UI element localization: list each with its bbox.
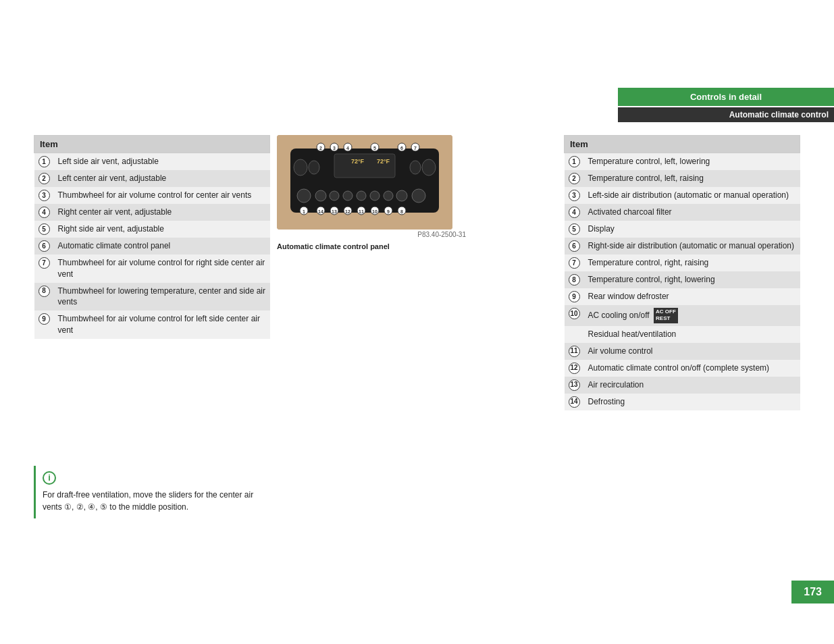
svg-point-12 (343, 191, 353, 200)
circle-number: 4 (569, 207, 580, 218)
left-table: Item 1Left side air vent, adjustable2Lef… (34, 135, 270, 339)
row-text: Rear window defroster (584, 288, 800, 305)
left-item-table: Item 1Left side air vent, adjustable2Lef… (34, 135, 270, 339)
circle-number: 10 (569, 308, 580, 319)
svg-point-6 (309, 161, 319, 174)
svg-point-17 (412, 189, 425, 203)
left-table-row: 7Thumbwheel for air volume control for r… (34, 254, 270, 283)
row-text: Automatic climate control panel (54, 238, 270, 254)
circle-number: 9 (38, 313, 50, 325)
svg-text:6: 6 (400, 146, 403, 151)
row-text: Air volume control (584, 343, 800, 360)
left-table-row: 8Thumbwheel for lowering temperature, ce… (34, 283, 270, 311)
row-number (565, 326, 584, 343)
circle-number: 13 (569, 379, 580, 391)
row-number: 3 (565, 187, 584, 204)
left-table-row: 3Thumbwheel for air volume control for c… (34, 187, 270, 204)
ac-off-badge: AC OFFREST (654, 308, 678, 323)
row-text: Left side air vent, adjustable (54, 153, 270, 171)
row-text: Temperature control, left, raising (584, 170, 800, 187)
row-number: 5 (565, 221, 584, 238)
circle-number: 8 (38, 286, 50, 297)
circle-number: 1 (569, 156, 580, 167)
section-title: Controls in detail (618, 88, 834, 106)
row-text: Air recirculation (584, 377, 800, 394)
row-text: Temperature control, left, lowering (584, 153, 800, 171)
row-number: 1 (565, 153, 584, 171)
svg-point-15 (384, 191, 393, 200)
left-table-row: 2Left center air vent, adjustable (34, 170, 270, 187)
svg-point-5 (294, 159, 307, 176)
right-table-row: 8Temperature control, right, lowering (565, 271, 800, 288)
circle-number: 12 (569, 363, 580, 374)
right-table-row: 2Temperature control, left, raising (565, 170, 800, 187)
left-table-row: 9Thumbwheel for air volume control for l… (34, 311, 270, 339)
row-number: 12 (565, 360, 584, 377)
circle-number: 1 (38, 156, 50, 167)
row-text: Right-side air distribution (automatic o… (584, 238, 800, 254)
row-text: Display (584, 221, 800, 238)
header-area: Controls in detail Automatic climate con… (618, 88, 834, 122)
svg-text:1: 1 (303, 209, 305, 214)
circle-number: 14 (569, 396, 580, 408)
svg-text:7: 7 (414, 146, 417, 151)
row-number: 2 (565, 170, 584, 187)
circle-number: 2 (569, 173, 580, 184)
svg-point-9 (297, 189, 311, 203)
svg-text:13: 13 (332, 209, 337, 214)
circle-number: 11 (569, 346, 580, 357)
row-text: Thumbwheel for air volume control for ri… (54, 254, 270, 283)
circle-number: 8 (569, 274, 580, 286)
circle-number: 3 (38, 190, 50, 201)
svg-point-13 (357, 191, 366, 200)
right-table-row: 11Air volume control (565, 343, 800, 360)
row-number: 6 (565, 238, 584, 254)
row-text: Left center air vent, adjustable (54, 170, 270, 187)
row-text: Temperature control, right, raising (584, 254, 800, 271)
svg-text:2: 2 (319, 146, 322, 151)
row-number: 7 (565, 254, 584, 271)
image-caption: Automatic climate control panel (277, 242, 466, 250)
svg-point-8 (422, 159, 436, 176)
row-number: 2 (34, 170, 54, 187)
right-table-row: 4Activated charcoal filter (565, 204, 800, 221)
svg-text:8: 8 (400, 209, 403, 214)
info-text: For draft-free ventilation, move the sli… (43, 489, 263, 513)
svg-text:72°F: 72°F (351, 158, 365, 165)
svg-point-7 (410, 161, 421, 174)
row-text: AC cooling on/off AC OFFREST (584, 305, 800, 326)
row-number: 8 (34, 283, 54, 311)
svg-text:72°F: 72°F (377, 158, 390, 165)
svg-point-16 (396, 190, 407, 201)
row-text: Right side air vent, adjustable (54, 221, 270, 238)
row-number: 4 (34, 204, 54, 221)
info-icon: i (43, 471, 56, 485)
row-text: Residual heat/ventilation (584, 326, 800, 343)
row-text: Right center air vent, adjustable (54, 204, 270, 221)
svg-text:9: 9 (387, 209, 390, 214)
left-table-row: 1Left side air vent, adjustable (34, 153, 270, 171)
image-code: P83.40-2500-31 (277, 231, 466, 238)
climate-panel-image: 72°F 72°F 1 (277, 135, 452, 230)
left-table-row: 5Right side air vent, adjustable (34, 221, 270, 238)
row-number: 5 (34, 221, 54, 238)
row-number: 14 (565, 394, 584, 410)
row-number: 3 (34, 187, 54, 204)
circle-number: 7 (569, 257, 580, 269)
row-number: 7 (34, 254, 54, 283)
circle-number: 2 (38, 173, 50, 184)
left-table-row: 4Right center air vent, adjustable (34, 204, 270, 221)
page-number: 173 (791, 581, 834, 603)
circle-number: 6 (569, 240, 580, 252)
row-number: 9 (565, 288, 584, 305)
svg-point-10 (315, 190, 326, 201)
row-number: 13 (565, 377, 584, 394)
svg-text:12: 12 (345, 209, 350, 214)
circle-number: 5 (569, 223, 580, 235)
right-table-row: 9Rear window defroster (565, 288, 800, 305)
circle-number: 5 (38, 223, 50, 235)
circle-number: 3 (569, 190, 580, 201)
circle-number: 7 (38, 257, 50, 269)
row-number: 1 (34, 153, 54, 171)
page-subtitle: Automatic climate control (618, 107, 834, 122)
